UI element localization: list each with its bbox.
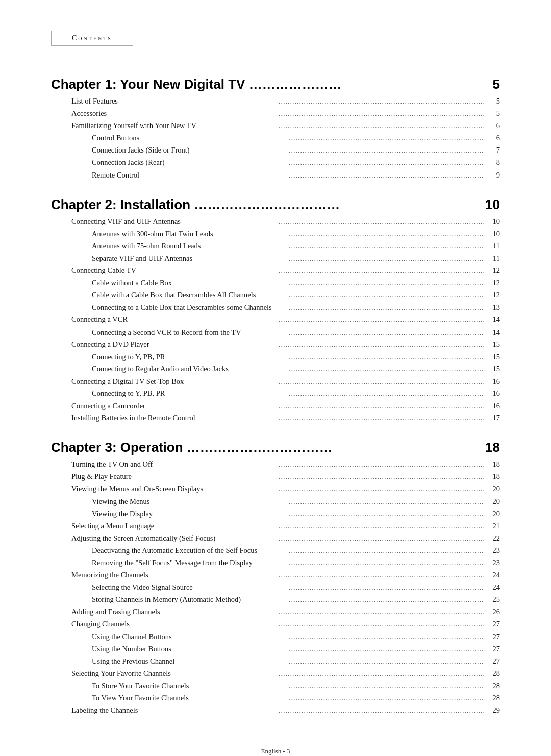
entry-dots — [279, 606, 484, 618]
entry-page: 10 — [486, 216, 500, 228]
entry-page: 20 — [486, 508, 500, 520]
entry-page: 9 — [486, 169, 500, 182]
entry-dots — [289, 289, 484, 301]
entry-page: 15 — [486, 363, 500, 375]
entry-page: 14 — [486, 326, 500, 339]
toc-entry: Connecting a DVD Player15 — [51, 339, 500, 351]
entry-text: Using the Previous Channel — [51, 656, 287, 668]
entry-text: Cable with a Cable Box that Descrambles … — [51, 289, 287, 301]
entry-text: Connecting to Regular Audio and Video Ja… — [51, 363, 287, 375]
entry-dots — [289, 643, 484, 656]
toc-entry: Connecting VHF and UHF Antennas10 — [51, 216, 500, 228]
entry-dots — [279, 400, 484, 412]
entry-dots — [289, 169, 484, 182]
entry-text: Memorizing the Channels — [51, 569, 277, 582]
toc-entry: Connecting Cable TV12 — [51, 265, 500, 277]
entry-page: 11 — [486, 253, 500, 265]
entry-page: 10 — [486, 228, 500, 240]
entry-text: Connecting to Y, PB, PR — [51, 351, 287, 363]
entry-text: Connecting a Digital TV Set-Top Box — [51, 375, 277, 388]
toc-entry: Adjusting the Screen Automatically (Self… — [51, 533, 500, 545]
chapter-title-3: Chapter 3: Operation …………………………… — [51, 440, 333, 456]
entry-text: Selecting Your Favorite Channels — [51, 668, 277, 680]
toc-entry: Cable with a Cable Box that Descrambles … — [51, 289, 500, 301]
entry-text: Deactivating the Automatic Execution of … — [51, 545, 287, 557]
toc-entry: Deactivating the Automatic Execution of … — [51, 545, 500, 557]
entry-page: 12 — [486, 277, 500, 289]
entry-page: 16 — [486, 388, 500, 400]
toc-entry: Connecting to Y, PB, PR16 — [51, 388, 500, 400]
entry-dots — [289, 157, 484, 169]
entry-text: Antennas with 75-ohm Round Leads — [51, 240, 287, 253]
entry-page: 27 — [486, 643, 500, 656]
toc-entry: Connecting a Camcorder16 — [51, 400, 500, 412]
entry-page: 25 — [486, 594, 500, 606]
entry-page: 15 — [486, 339, 500, 351]
contents-header-box: Contents — [51, 31, 133, 46]
entry-page: 20 — [486, 496, 500, 508]
entry-page: 5 — [486, 95, 500, 108]
entry-dots — [279, 314, 484, 326]
entry-dots — [279, 459, 484, 471]
toc-entry: Remote Control9 — [51, 169, 500, 182]
entry-dots — [289, 545, 484, 557]
toc-entry: Adding and Erasing Channels26 — [51, 606, 500, 618]
toc-entry: Turning the TV On and Off18 — [51, 459, 500, 471]
entry-dots — [289, 144, 484, 157]
chapter-title-2: Chapter 2: Installation …………………………… — [51, 197, 340, 213]
entry-text: Separate VHF and UHF Antennas — [51, 253, 287, 265]
entry-page: 18 — [486, 471, 500, 483]
toc-entry: Connection Jacks (Side or Front)7 — [51, 144, 500, 157]
entry-text: Connecting to Y, PB, PR — [51, 388, 287, 400]
entry-text: Using the Channel Buttons — [51, 631, 287, 643]
toc-entry: Viewing the Menus and On-Screen Displays… — [51, 483, 500, 495]
entry-page: 7 — [486, 144, 500, 157]
entry-dots — [279, 483, 484, 495]
entry-text: Labeling the Channels — [51, 704, 277, 717]
toc-entry: Familiarizing Yourself with Your New TV6 — [51, 120, 500, 132]
toc-entry: Antennas with 75-ohm Round Leads11 — [51, 240, 500, 253]
toc-entry: To Store Your Favorite Channels28 — [51, 680, 500, 692]
entry-dots — [279, 412, 484, 424]
chapter-entries-2: Connecting VHF and UHF Antennas10Antenna… — [51, 216, 500, 425]
toc-entry: Memorizing the Channels24 — [51, 569, 500, 582]
entry-text: Selecting the Video Signal Source — [51, 582, 287, 594]
entry-text: Accessories — [51, 108, 277, 120]
entry-text: Adding and Erasing Channels — [51, 606, 277, 618]
entry-text: Connecting a VCR — [51, 314, 277, 326]
entry-dots — [279, 108, 484, 120]
entry-dots — [289, 508, 484, 520]
entry-dots — [289, 253, 484, 265]
entry-page: 14 — [486, 314, 500, 326]
entry-page: 16 — [486, 400, 500, 412]
toc-entry: Labeling the Channels29 — [51, 704, 500, 717]
entry-dots — [289, 656, 484, 668]
entry-text: Viewing the Display — [51, 508, 287, 520]
contents-title: Contents — [72, 34, 112, 42]
entry-dots — [289, 351, 484, 363]
toc-entry: Viewing the Display20 — [51, 508, 500, 520]
entry-text: Familiarizing Yourself with Your New TV — [51, 120, 277, 132]
chapter-entries-3: Turning the TV On and Off18Plug & Play F… — [51, 459, 500, 717]
toc-entry: Cable without a Cable Box12 — [51, 277, 500, 289]
entry-dots — [279, 471, 484, 483]
toc-entry: Connecting a Digital TV Set-Top Box16 — [51, 375, 500, 388]
entry-text: Changing Channels — [51, 618, 277, 631]
toc-container: Chapter 1: Your New Digital TV …………………5L… — [51, 77, 500, 717]
entry-text: Selecting a Menu Language — [51, 520, 277, 533]
chapter-heading-3: Chapter 3: Operation ……………………………18 — [51, 440, 500, 456]
toc-entry: Selecting a Menu Language21 — [51, 520, 500, 533]
entry-page: 23 — [486, 545, 500, 557]
entry-page: 28 — [486, 692, 500, 704]
entry-dots — [289, 240, 484, 253]
chapter-section-1: Chapter 1: Your New Digital TV …………………5L… — [51, 77, 500, 182]
toc-entry: To View Your Favorite Channels28 — [51, 692, 500, 704]
entry-page: 28 — [486, 668, 500, 680]
chapter-page-3: 18 — [485, 440, 500, 456]
toc-entry: Changing Channels27 — [51, 618, 500, 631]
toc-entry: Connecting to Y, PB, PR15 — [51, 351, 500, 363]
entry-text: Remote Control — [51, 169, 287, 182]
entry-page: 5 — [486, 108, 500, 120]
toc-entry: Removing the "Self Focus" Message from t… — [51, 557, 500, 569]
entry-text: Storing Channels in Memory (Automatic Me… — [51, 594, 287, 606]
